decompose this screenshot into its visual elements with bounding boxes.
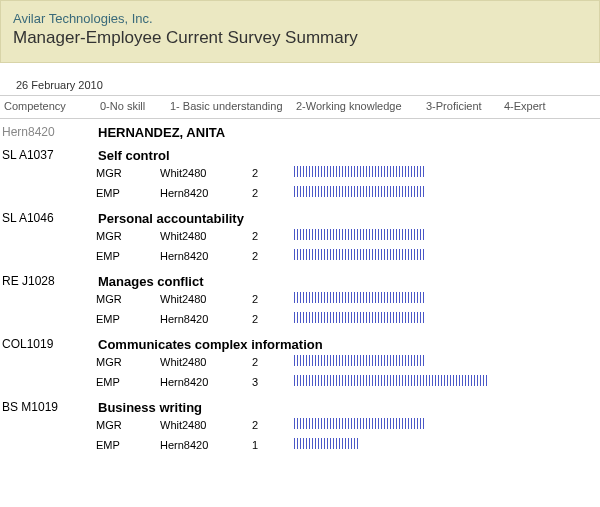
employee-code: Hern8420 xyxy=(0,123,98,140)
score-bar xyxy=(294,355,424,366)
rater-id: Hern8420 xyxy=(160,376,252,388)
rating-row: EMPHern84202 xyxy=(0,246,600,266)
competency-block: COL1019Communicates complex informationM… xyxy=(0,329,600,392)
competency-head: SL A1037Self control xyxy=(0,140,600,163)
score-bar xyxy=(294,438,359,449)
report-date: 26 February 2010 xyxy=(0,63,600,95)
score-bar xyxy=(294,312,424,323)
role-label: MGR xyxy=(96,230,160,242)
competency-name: Communicates complex information xyxy=(98,335,323,352)
rater-id: Hern8420 xyxy=(160,439,252,451)
competency-name: Business writing xyxy=(98,398,202,415)
rating-row: MGRWhit24802 xyxy=(0,163,600,183)
role-label: EMP xyxy=(96,187,160,199)
legend-4: 4-Expert xyxy=(504,100,564,112)
score-bar xyxy=(294,249,424,260)
score-value: 2 xyxy=(252,187,294,199)
bar-cell xyxy=(294,438,600,452)
competency-block: SL A1037Self controlMGRWhit24802EMPHern8… xyxy=(0,140,600,203)
competency-block: RE J1028Manages conflictMGRWhit24802EMPH… xyxy=(0,266,600,329)
rating-row: MGRWhit24802 xyxy=(0,415,600,435)
rater-id: Hern8420 xyxy=(160,313,252,325)
competency-name: Self control xyxy=(98,146,170,163)
legend-0: 0-No skill xyxy=(100,100,170,112)
score-bar xyxy=(294,186,424,197)
score-value: 2 xyxy=(252,250,294,262)
bar-cell xyxy=(294,375,600,389)
rating-row: MGRWhit24802 xyxy=(0,352,600,372)
legend-3: 3-Proficient xyxy=(426,100,504,112)
bar-cell xyxy=(294,249,600,263)
role-label: MGR xyxy=(96,167,160,179)
rating-row: EMPHern84202 xyxy=(0,309,600,329)
report-header: Avilar Technologies, Inc. Manager-Employ… xyxy=(0,0,600,63)
rater-id: Hern8420 xyxy=(160,250,252,262)
bar-cell xyxy=(294,229,600,243)
role-label: EMP xyxy=(96,376,160,388)
role-label: EMP xyxy=(96,439,160,451)
competency-block: SL A1046Personal accountabilityMGRWhit24… xyxy=(0,203,600,266)
competency-code: BS M1019 xyxy=(0,398,98,415)
rater-id: Whit2480 xyxy=(160,419,252,431)
employee-row: Hern8420 HERNANDEZ, ANITA xyxy=(0,119,600,140)
bar-cell xyxy=(294,186,600,200)
score-bar xyxy=(294,166,424,177)
rating-row: MGRWhit24802 xyxy=(0,289,600,309)
report-title: Manager-Employee Current Survey Summary xyxy=(13,28,587,48)
competency-code: RE J1028 xyxy=(0,272,98,289)
rater-id: Whit2480 xyxy=(160,230,252,242)
rater-id: Hern8420 xyxy=(160,187,252,199)
bar-cell xyxy=(294,292,600,306)
score-bar xyxy=(294,375,489,386)
score-bar xyxy=(294,292,424,303)
bar-cell xyxy=(294,418,600,432)
score-value: 2 xyxy=(252,356,294,368)
legend-competency: Competency xyxy=(2,100,100,112)
competency-code: SL A1037 xyxy=(0,146,98,163)
rater-id: Whit2480 xyxy=(160,167,252,179)
competency-code: COL1019 xyxy=(0,335,98,352)
competency-name: Personal accountability xyxy=(98,209,244,226)
competency-list: SL A1037Self controlMGRWhit24802EMPHern8… xyxy=(0,140,600,455)
rating-row: EMPHern84202 xyxy=(0,183,600,203)
score-value: 2 xyxy=(252,230,294,242)
company-name: Avilar Technologies, Inc. xyxy=(13,11,587,26)
score-value: 2 xyxy=(252,419,294,431)
rating-row: EMPHern84201 xyxy=(0,435,600,455)
legend-2: 2-Working knowledge xyxy=(296,100,426,112)
rater-id: Whit2480 xyxy=(160,293,252,305)
competency-head: COL1019Communicates complex information xyxy=(0,329,600,352)
bar-cell xyxy=(294,312,600,326)
rating-row: MGRWhit24802 xyxy=(0,226,600,246)
competency-head: RE J1028Manages conflict xyxy=(0,266,600,289)
rater-id: Whit2480 xyxy=(160,356,252,368)
competency-head: BS M1019Business writing xyxy=(0,392,600,415)
role-label: MGR xyxy=(96,293,160,305)
score-bar xyxy=(294,229,424,240)
role-label: MGR xyxy=(96,419,160,431)
role-label: MGR xyxy=(96,356,160,368)
competency-head: SL A1046Personal accountability xyxy=(0,203,600,226)
score-value: 2 xyxy=(252,313,294,325)
rating-row: EMPHern84203 xyxy=(0,372,600,392)
bar-cell xyxy=(294,355,600,369)
score-value: 1 xyxy=(252,439,294,451)
score-bar xyxy=(294,418,424,429)
competency-name: Manages conflict xyxy=(98,272,203,289)
bar-cell xyxy=(294,166,600,180)
score-value: 3 xyxy=(252,376,294,388)
role-label: EMP xyxy=(96,250,160,262)
employee-name: HERNANDEZ, ANITA xyxy=(98,123,225,140)
scale-legend: Competency 0-No skill 1- Basic understan… xyxy=(0,95,600,119)
legend-1: 1- Basic understanding xyxy=(170,100,296,112)
role-label: EMP xyxy=(96,313,160,325)
competency-code: SL A1046 xyxy=(0,209,98,226)
score-value: 2 xyxy=(252,167,294,179)
score-value: 2 xyxy=(252,293,294,305)
competency-block: BS M1019Business writingMGRWhit24802EMPH… xyxy=(0,392,600,455)
